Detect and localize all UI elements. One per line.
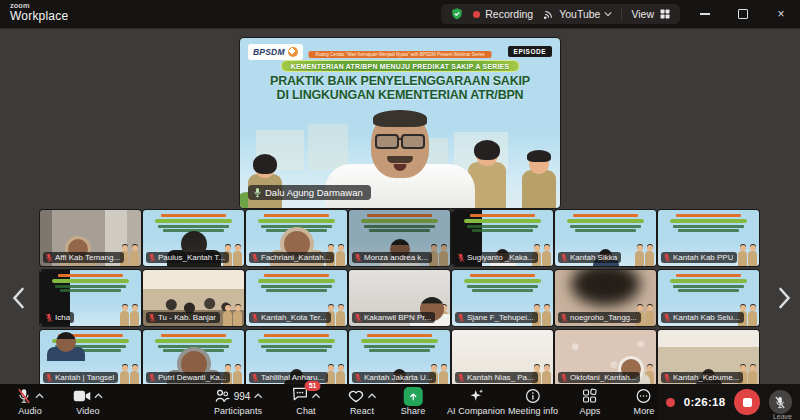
gallery-previous-page-button[interactable] bbox=[8, 284, 28, 312]
muted-mic-icon bbox=[45, 313, 53, 322]
illustrated-character bbox=[248, 156, 282, 208]
participant-tile[interactable]: Kantah Sikka bbox=[555, 210, 656, 266]
participant-name: noegroho_Tangg... bbox=[570, 313, 637, 322]
participant-tile[interactable]: Tu - Kab. Banjar bbox=[143, 270, 244, 326]
participant-tile[interactable]: Monza andrea k... bbox=[349, 210, 450, 266]
participant-tile[interactable]: Kantah Nias_ Pa... bbox=[452, 330, 553, 386]
video-button[interactable]: Video bbox=[73, 387, 103, 416]
close-button[interactable]: × bbox=[762, 0, 800, 28]
mini-slide-banner bbox=[367, 214, 432, 217]
muted-mic-icon bbox=[251, 373, 259, 382]
mini-slide-characters bbox=[635, 251, 654, 266]
mic-on-icon bbox=[253, 187, 262, 198]
mini-slide-title bbox=[467, 285, 538, 288]
view-label: View bbox=[631, 8, 654, 20]
audio-label: Audio bbox=[18, 406, 42, 416]
maximize-button[interactable] bbox=[724, 0, 762, 28]
participant-tile[interactable]: Kantah Kab Selu... bbox=[658, 270, 759, 326]
participant-tile[interactable]: Putri Dewanti_Ka... bbox=[143, 330, 244, 386]
chevron-up-icon[interactable] bbox=[35, 393, 44, 399]
participant-name-tag: Kantah Kab PPU bbox=[661, 252, 737, 263]
participant-tile[interactable]: Sugiyanto _Kaka... bbox=[452, 210, 553, 266]
participant-tile[interactable]: Kantah_Kebume... bbox=[658, 330, 759, 386]
participant-name-tag: Kantah | Tangsel bbox=[43, 372, 118, 383]
muted-mic-status-button[interactable] bbox=[769, 390, 792, 414]
mini-slide-characters bbox=[223, 311, 242, 326]
mini-slide-title bbox=[266, 349, 327, 352]
mini-slide-title bbox=[55, 285, 126, 288]
meeting-info-button[interactable]: Meeting info bbox=[508, 387, 558, 416]
react-button[interactable]: React bbox=[348, 387, 377, 416]
share-screen-button[interactable]: Share bbox=[401, 387, 426, 416]
youtube-live-button[interactable]: YouTube bbox=[542, 8, 612, 21]
participant-tile[interactable]: Kantah | Tangsel bbox=[40, 330, 141, 386]
mini-slide-characters bbox=[120, 311, 139, 326]
participant-tile[interactable]: noegroho_Tangg... bbox=[555, 270, 656, 326]
muted-mic-icon bbox=[457, 253, 465, 262]
audio-button[interactable]: Audio bbox=[16, 387, 44, 416]
participant-tile[interactable]: Kantah Kab PPU bbox=[658, 210, 759, 266]
participant-tile[interactable]: Fachriani_Kantah... bbox=[246, 210, 347, 266]
muted-mic-icon bbox=[774, 396, 786, 409]
ai-companion-button[interactable]: AI Companion bbox=[447, 387, 505, 416]
mini-slide-title bbox=[158, 225, 229, 228]
mini-slide-title bbox=[575, 229, 636, 232]
chevron-up-icon[interactable] bbox=[368, 393, 377, 399]
chevron-up-icon[interactable] bbox=[312, 393, 321, 399]
participant-tile[interactable]: Icha bbox=[40, 270, 141, 326]
participant-tile[interactable]: Kakanwil BPN Pr... bbox=[349, 270, 450, 326]
chevron-up-icon[interactable] bbox=[253, 393, 262, 399]
apps-button[interactable]: Apps bbox=[580, 387, 601, 416]
view-button[interactable]: View bbox=[631, 8, 671, 20]
recording-indicator[interactable]: Recording bbox=[473, 8, 533, 20]
participant-name: Oktofani_Kantah... bbox=[570, 373, 636, 382]
main-speaker-video[interactable]: BPSDM EPISODE Ruang Cerdas "Mari Kemajua… bbox=[240, 38, 560, 208]
illustrated-character bbox=[522, 152, 556, 208]
mini-slide-title bbox=[60, 289, 121, 292]
recording-timer: 0:26:18 bbox=[684, 396, 726, 408]
window-titlebar: zoom Workplace Recording YouTube View bbox=[0, 0, 800, 29]
sparkle-icon bbox=[467, 388, 484, 404]
participant-tile[interactable]: Kantah_Kota Ter... bbox=[246, 270, 347, 326]
mini-slide-title bbox=[678, 229, 739, 232]
participant-name-tag: Putri Dewanti_Ka... bbox=[146, 372, 230, 383]
muted-mic-icon bbox=[354, 313, 362, 322]
participant-tile[interactable]: Affi Kab Temang... bbox=[40, 210, 141, 266]
participant-tile[interactable]: Paulus_Kantah T... bbox=[143, 210, 244, 266]
mini-slide-banner bbox=[264, 214, 329, 217]
participant-name-tag: Sugiyanto _Kaka... bbox=[455, 252, 538, 263]
slide-title-line1: PRAKTIK BAIK PENYELENGGARAAN SAKIP bbox=[240, 74, 560, 88]
corpu-logo-icon bbox=[288, 47, 298, 57]
muted-mic-icon bbox=[45, 373, 53, 382]
muted-mic-icon bbox=[251, 253, 259, 262]
mini-slide-title bbox=[261, 225, 332, 228]
muted-mic-icon bbox=[148, 253, 156, 262]
more-label: More bbox=[634, 406, 655, 416]
participant-tile[interactable]: Oktofani_Kantah... bbox=[555, 330, 656, 386]
minimize-button[interactable] bbox=[686, 0, 724, 28]
participant-name: Kantah Nias_ Pa... bbox=[467, 373, 534, 382]
workplace-logo-text: Workplace bbox=[10, 10, 68, 23]
mini-slide-characters bbox=[738, 251, 757, 266]
muted-mic-icon bbox=[251, 313, 259, 322]
gallery-next-page-button[interactable] bbox=[774, 284, 794, 312]
mini-slide-pill bbox=[464, 219, 541, 223]
participant-tile[interactable]: Tahlilhal Anharu... bbox=[246, 330, 347, 386]
participant-tile[interactable]: Sjane F_Tehupei... bbox=[452, 270, 553, 326]
muted-mic-icon bbox=[457, 373, 465, 382]
participant-name-tag: Oktofani_Kantah... bbox=[558, 372, 640, 383]
chat-button[interactable]: 51 Chat bbox=[292, 387, 321, 416]
participant-name-tag: Kantah Kab Selu... bbox=[661, 312, 744, 323]
security-shield-icon[interactable] bbox=[450, 7, 464, 21]
stop-recording-button[interactable] bbox=[734, 389, 759, 415]
leave-button[interactable]: Leave bbox=[773, 413, 792, 420]
participant-tile[interactable]: Kantah Jakarta U... bbox=[349, 330, 450, 386]
mini-slide-banner bbox=[58, 274, 123, 277]
participants-button[interactable]: 994 Participants bbox=[214, 387, 263, 416]
mini-slide-title bbox=[472, 229, 533, 232]
muted-mic-icon bbox=[560, 253, 568, 262]
mini-slide-title bbox=[158, 345, 229, 348]
mini-slide-banner bbox=[264, 334, 329, 337]
chevron-up-icon[interactable] bbox=[94, 393, 103, 399]
more-button[interactable]: More bbox=[634, 387, 655, 416]
